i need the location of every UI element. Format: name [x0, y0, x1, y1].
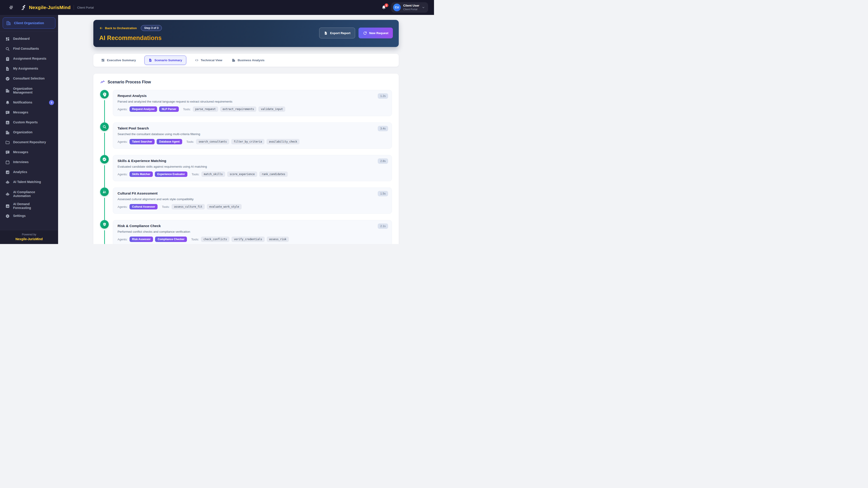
menu-toggle-button[interactable]: [8, 4, 14, 11]
agents-label: Agents:: [118, 140, 127, 143]
search-icon: [5, 46, 10, 51]
sidebar-item-messages-2[interactable]: Messages: [0, 147, 58, 157]
sidebar-item-my-assignments[interactable]: My Assignments: [0, 64, 58, 74]
notifications-button[interactable]: 3: [381, 5, 386, 10]
step-duration-badge: 3.4s: [378, 126, 388, 131]
agent-pill: Cultural Assessor: [129, 204, 158, 209]
tools-label: Tools:: [183, 107, 191, 111]
sidebar-item-ai-talent-matching[interactable]: AI Talent Matching: [0, 177, 58, 187]
process-step: Talent Pool Search 3.4s Searched the con…: [100, 123, 392, 155]
sidebar-item-settings[interactable]: Settings: [0, 211, 58, 221]
check-circle-icon: [5, 76, 10, 81]
building-icon: [5, 130, 10, 135]
tab-technical-view[interactable]: Technical View: [194, 56, 223, 65]
building-icon: [5, 88, 10, 93]
sidebar-item-ai-compliance-automation[interactable]: AI Compliance Automation: [0, 187, 58, 201]
tool-pill: evaluate_work_style: [207, 204, 242, 209]
export-report-button[interactable]: Export Report: [319, 28, 355, 38]
users-icon: [102, 190, 107, 194]
sidebar-item-custom-reports[interactable]: Custom Reports: [0, 118, 58, 127]
step-card: Skills & Experience Matching 2.8s Evalua…: [113, 155, 392, 181]
sidebar-item-client-organization[interactable]: Client Organization: [3, 18, 55, 29]
step-connector-line: [104, 165, 105, 188]
tool-pill: match_skills: [202, 171, 225, 177]
step-title: Skills & Experience Matching: [118, 159, 387, 163]
user-menu[interactable]: CU Client User Client Portal: [391, 2, 428, 13]
tool-pill: rank_candidates: [259, 171, 288, 177]
page-header-banner: Back to Orchestration Step 3 of 3 AI Rec…: [93, 20, 399, 47]
agent-pill: Experience Evaluator: [155, 171, 187, 177]
powered-by-label: Powered by: [0, 233, 58, 236]
badge-check-icon: [102, 157, 107, 162]
user-role: Client Portal: [403, 8, 419, 11]
sidebar-item-find-consultants[interactable]: Find Consultants: [0, 44, 58, 54]
step-connector-line: [104, 133, 105, 155]
tool-pill: extract_requirements: [220, 106, 256, 112]
back-to-orchestration-link[interactable]: Back to Orchestration: [99, 26, 137, 30]
robot-icon: [5, 180, 10, 185]
message-icon: [5, 150, 10, 155]
sidebar-divider: [0, 31, 58, 32]
sidebar-item-analytics[interactable]: Analytics: [0, 167, 58, 177]
bar-chart-icon: [5, 120, 10, 125]
user-name: Client User: [403, 4, 419, 8]
step-status-circle: [100, 220, 109, 229]
step-connector-line: [104, 230, 105, 244]
hamburger-icon: [8, 5, 14, 10]
folder-icon: [5, 140, 10, 145]
sidebar-item-ai-demand-forecasting[interactable]: AI Demand Forecasting: [0, 201, 58, 211]
section-title: Scenario Process Flow: [107, 80, 151, 85]
agent-pill: Request Analyzer: [129, 106, 157, 112]
view-tabs: Executive Summary Scenario Summary Te: [93, 54, 399, 67]
tool-pill: validate_input: [258, 106, 285, 112]
tab-business-analysis[interactable]: Business Analysis: [231, 56, 266, 65]
sidebar-item-organization-management[interactable]: Organization Management: [0, 84, 58, 98]
notifications-count-badge: 3: [49, 100, 54, 105]
code-icon: [195, 58, 199, 62]
page-title: AI Recommendations: [99, 35, 162, 41]
tool-pill: check_conflicts: [201, 236, 229, 242]
step-status-circle: [100, 155, 109, 164]
agent-pill: NLP Parser: [159, 106, 179, 112]
sidebar-item-interviews[interactable]: Interviews: [0, 157, 58, 167]
process-step: Request Analysis 1.2s Parsed and analyze…: [100, 90, 392, 123]
sidebar-item-document-repository[interactable]: Document Repository: [0, 137, 58, 147]
file-icon: [5, 66, 10, 71]
notification-count-badge: 3: [384, 3, 388, 7]
agent-pill: Database Agent: [157, 139, 182, 144]
building-icon: [6, 21, 11, 26]
analytics-chart-icon: [5, 170, 10, 175]
robot-icon: [5, 192, 10, 197]
agent-pill: Risk Assessor: [129, 236, 153, 242]
process-step: Cultural Fit Assessment 1.5s Assessed cu…: [100, 188, 392, 220]
agent-pill: Skills Matcher: [129, 171, 153, 177]
message-icon: [5, 110, 10, 115]
tool-pill: verify_credentials: [231, 236, 265, 242]
clipboard-icon: [5, 57, 10, 61]
dashboard-icon: [5, 37, 10, 41]
process-step: Risk & Compliance Check 2.1s Performed c…: [100, 220, 392, 244]
file-text-icon: [149, 58, 152, 62]
sidebar-item-dashboard[interactable]: Dashboard: [0, 34, 58, 44]
sidebar-item-assignment-requests[interactable]: Assignment Requests: [0, 54, 58, 64]
tool-pill: parse_request: [193, 106, 218, 112]
step-description: Assessed cultural alignment and work sty…: [118, 197, 387, 201]
step-description: Searched the consultant database using m…: [118, 132, 387, 136]
sidebar-item-consultant-selection[interactable]: Consultant Selection: [0, 74, 58, 84]
brand[interactable]: Nexgile-JurisMind: [21, 4, 70, 10]
tool-pill: filter_by_criteria: [231, 139, 265, 144]
sidebar-item-organization[interactable]: Organization: [0, 127, 58, 137]
sidebar-item-notifications[interactable]: Notifications 3: [0, 98, 58, 107]
bar-chart-icon: [5, 204, 10, 208]
tab-executive-summary[interactable]: Executive Summary: [100, 56, 137, 65]
tool-pill: assess_risk: [267, 236, 289, 242]
sidebar-nav: Dashboard Find Consultants Assignment Re…: [0, 33, 58, 230]
new-request-button[interactable]: New Request: [359, 28, 393, 38]
agent-pill: Talent Searcher: [129, 139, 155, 144]
arrow-left-icon: [99, 26, 103, 30]
sidebar-item-messages[interactable]: Messages: [0, 107, 58, 118]
step-card: Cultural Fit Assessment 1.5s Assessed cu…: [113, 188, 392, 214]
trend-line-icon: [100, 79, 105, 85]
tab-scenario-summary[interactable]: Scenario Summary: [145, 56, 186, 65]
refresh-icon: [363, 31, 367, 35]
